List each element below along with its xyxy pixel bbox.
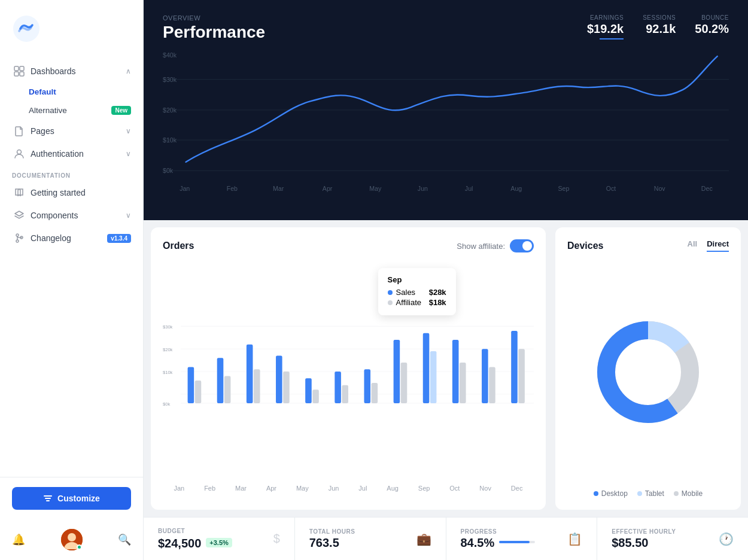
svg-text:Aug: Aug bbox=[510, 185, 522, 192]
avatar-wrap[interactable] bbox=[61, 529, 83, 550]
svg-rect-55 bbox=[394, 340, 400, 403]
sidebar-subitem-default[interactable]: Default bbox=[0, 83, 143, 101]
svg-rect-2 bbox=[20, 66, 24, 71]
mobile-dot bbox=[674, 491, 679, 496]
svg-rect-3 bbox=[14, 72, 19, 76]
pages-label: Pages bbox=[31, 126, 54, 136]
svg-text:Feb: Feb bbox=[227, 185, 238, 192]
sidebar: Dashboards ∧ Default Alternative New Pag… bbox=[0, 0, 144, 560]
customize-icon bbox=[43, 494, 53, 503]
svg-rect-56 bbox=[401, 363, 408, 403]
svg-text:$30k: $30k bbox=[163, 76, 177, 83]
legend-desktop: Desktop bbox=[594, 489, 628, 498]
grid-icon bbox=[14, 66, 25, 77]
effective-hourly-stat: EFFECTIVE HOURLY $85.50 🕐 bbox=[597, 518, 748, 560]
svg-text:Dec: Dec bbox=[701, 185, 713, 192]
search-icon[interactable]: 🔍 bbox=[118, 533, 131, 546]
svg-rect-47 bbox=[276, 356, 282, 403]
sidebar-item-changelog[interactable]: Changelog v1.3.4 bbox=[0, 227, 143, 249]
sidebar-item-getting-started[interactable]: Getting started bbox=[0, 181, 143, 204]
notification-icon[interactable]: 🔔 bbox=[12, 533, 25, 546]
overview-label: OVERVIEW bbox=[163, 14, 265, 22]
bar-chart-x-labels: Jan Feb Mar Apr May Jun Jul Aug Sep Oct … bbox=[163, 485, 534, 492]
svg-rect-43 bbox=[217, 358, 224, 403]
layers-icon bbox=[14, 210, 25, 221]
svg-text:$0k: $0k bbox=[163, 401, 170, 407]
cards-row: Orders Show affiliate: Sep Sales $28k bbox=[144, 220, 748, 517]
svg-text:May: May bbox=[369, 185, 382, 192]
sidebar-item-components[interactable]: Components ∨ bbox=[0, 204, 143, 227]
legend-tablet: Tablet bbox=[637, 489, 664, 498]
sidebar-item-pages[interactable]: Pages ∨ bbox=[0, 120, 143, 142]
user-icon bbox=[14, 148, 25, 159]
svg-rect-1 bbox=[14, 66, 19, 71]
orders-title: Orders bbox=[163, 241, 194, 251]
sidebar-subitem-alternative[interactable]: Alternative New bbox=[0, 101, 143, 120]
new-badge: New bbox=[111, 106, 131, 115]
earnings-stat: EARNINGS $19.2k bbox=[587, 14, 624, 39]
tab-all[interactable]: All bbox=[688, 239, 698, 252]
hours-value: 763.5 bbox=[309, 536, 409, 550]
svg-rect-62 bbox=[489, 367, 495, 403]
svg-rect-54 bbox=[372, 383, 378, 403]
svg-text:Jul: Jul bbox=[465, 185, 473, 192]
budget-badge: +3.5% bbox=[206, 538, 232, 547]
sales-dot bbox=[388, 290, 393, 295]
getting-started-label: Getting started bbox=[31, 188, 86, 197]
svg-rect-41 bbox=[188, 367, 194, 403]
logo-area bbox=[0, 0, 143, 55]
svg-text:$0k: $0k bbox=[163, 167, 174, 174]
dollar-icon: $ bbox=[273, 532, 280, 546]
performance-header: OVERVIEW Performance EARNINGS $19.2k SES… bbox=[144, 0, 748, 47]
svg-text:$20k: $20k bbox=[163, 347, 173, 352]
affiliate-toggle[interactable] bbox=[510, 239, 534, 252]
tablet-dot bbox=[637, 491, 642, 496]
bounce-stat: BOUNCE 50.2% bbox=[695, 14, 729, 36]
line-chart-area: $0k $10k $20k $30k $40k Jan Feb Mar Apr … bbox=[144, 47, 748, 220]
sidebar-item-dashboards[interactable]: Dashboards ∧ bbox=[0, 60, 143, 83]
legend-mobile: Mobile bbox=[674, 489, 703, 498]
devices-title: Devices bbox=[567, 241, 604, 251]
svg-rect-4 bbox=[20, 72, 24, 76]
svg-rect-57 bbox=[423, 333, 430, 403]
svg-text:$20k: $20k bbox=[163, 106, 177, 114]
progress-stat: PROGRESS 84.5% 📋 bbox=[446, 518, 598, 560]
orders-card: Orders Show affiliate: Sep Sales $28k bbox=[151, 227, 546, 510]
authentication-label: Authentication bbox=[31, 149, 84, 159]
chart-tooltip: Sep Sales $28k Affiliate $18k bbox=[378, 268, 456, 315]
clock-icon: 🕐 bbox=[719, 532, 734, 546]
progress-bar-bg bbox=[499, 541, 535, 543]
components-label: Components bbox=[31, 211, 78, 220]
sidebar-item-authentication[interactable]: Authentication ∨ bbox=[0, 142, 143, 165]
svg-rect-42 bbox=[195, 381, 202, 403]
dashboards-chevron: ∧ bbox=[126, 67, 131, 75]
tab-direct[interactable]: Direct bbox=[707, 239, 729, 252]
svg-rect-61 bbox=[482, 349, 488, 403]
donut-chart-svg bbox=[588, 312, 708, 432]
svg-text:$30k: $30k bbox=[163, 324, 173, 330]
briefcase-icon: 💼 bbox=[416, 532, 431, 546]
svg-rect-60 bbox=[460, 363, 466, 403]
bottom-stats-bar: BUDGET $24,500 +3.5% $ TOTAL HOURS 763.5… bbox=[144, 517, 748, 560]
clipboard-icon: 📋 bbox=[567, 532, 582, 546]
customize-button[interactable]: Customize bbox=[12, 487, 131, 510]
orders-card-header: Orders Show affiliate: bbox=[163, 239, 534, 252]
svg-text:$40k: $40k bbox=[163, 51, 177, 59]
svg-rect-46 bbox=[254, 369, 260, 403]
svg-rect-59 bbox=[452, 340, 459, 403]
components-chevron: ∨ bbox=[126, 211, 131, 220]
line-chart-svg: $0k $10k $20k $30k $40k Jan Feb Mar Apr … bbox=[163, 47, 729, 202]
progress-value: 84.5% bbox=[461, 536, 495, 550]
svg-rect-64 bbox=[518, 349, 525, 403]
page-title: Performance bbox=[163, 23, 265, 42]
svg-text:Jan: Jan bbox=[180, 185, 190, 192]
svg-rect-48 bbox=[283, 372, 290, 403]
svg-point-5 bbox=[17, 150, 22, 154]
devices-card-header: Devices All Direct bbox=[567, 239, 729, 252]
budget-stat: BUDGET $24,500 +3.5% $ bbox=[144, 518, 295, 560]
affiliate-dot bbox=[388, 300, 393, 305]
svg-text:Sep: Sep bbox=[558, 185, 569, 192]
svg-text:Nov: Nov bbox=[654, 185, 666, 192]
budget-value: $24,500 bbox=[158, 537, 201, 550]
svg-rect-52 bbox=[342, 385, 348, 403]
